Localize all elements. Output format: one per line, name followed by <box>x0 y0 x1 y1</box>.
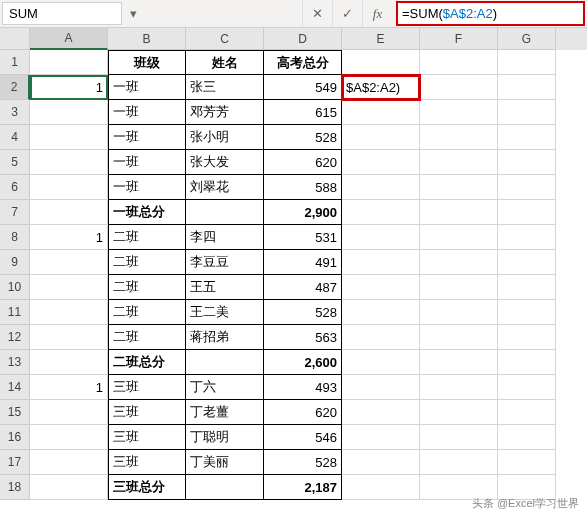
cell-B7[interactable]: 一班总分 <box>108 200 186 225</box>
cell-C8[interactable]: 李四 <box>186 225 264 250</box>
cell-B5[interactable]: 一班 <box>108 150 186 175</box>
row-header-2[interactable]: 2 <box>0 75 30 100</box>
cell-C18[interactable] <box>186 475 264 500</box>
cell-B8[interactable]: 二班 <box>108 225 186 250</box>
cell-F10[interactable] <box>420 275 498 300</box>
select-all-corner[interactable] <box>0 28 30 50</box>
cell-D15[interactable]: 620 <box>264 400 342 425</box>
accept-formula-button[interactable]: ✓ <box>332 0 362 27</box>
cell-B13[interactable]: 二班总分 <box>108 350 186 375</box>
cell-A13[interactable] <box>30 350 108 375</box>
cell-F15[interactable] <box>420 400 498 425</box>
cell-C17[interactable]: 丁美丽 <box>186 450 264 475</box>
insert-function-button[interactable]: fx <box>362 0 392 27</box>
row-header-3[interactable]: 3 <box>0 100 30 125</box>
row-header-4[interactable]: 4 <box>0 125 30 150</box>
cell-G13[interactable] <box>498 350 556 375</box>
spreadsheet-grid[interactable]: ABCDEFG 1班级姓名高考总分21一班张三549$A$2:A2)3一班邓芳芳… <box>0 28 587 500</box>
cell-E18[interactable] <box>342 475 420 500</box>
cell-G6[interactable] <box>498 175 556 200</box>
cell-A8[interactable]: 1 <box>30 225 108 250</box>
cell-B17[interactable]: 三班 <box>108 450 186 475</box>
row-header-9[interactable]: 9 <box>0 250 30 275</box>
cell-C9[interactable]: 李豆豆 <box>186 250 264 275</box>
cell-F4[interactable] <box>420 125 498 150</box>
cell-G5[interactable] <box>498 150 556 175</box>
cell-F11[interactable] <box>420 300 498 325</box>
cell-F14[interactable] <box>420 375 498 400</box>
cell-B16[interactable]: 三班 <box>108 425 186 450</box>
cell-E14[interactable] <box>342 375 420 400</box>
cell-D5[interactable]: 620 <box>264 150 342 175</box>
cell-A14[interactable]: 1 <box>30 375 108 400</box>
cell-D8[interactable]: 531 <box>264 225 342 250</box>
cell-G10[interactable] <box>498 275 556 300</box>
row-header-15[interactable]: 15 <box>0 400 30 425</box>
cell-A1[interactable] <box>30 50 108 75</box>
col-header-F[interactable]: F <box>420 28 498 50</box>
cell-A12[interactable] <box>30 325 108 350</box>
cell-E8[interactable] <box>342 225 420 250</box>
cell-F6[interactable] <box>420 175 498 200</box>
cell-B1[interactable]: 班级 <box>108 50 186 75</box>
cell-A5[interactable] <box>30 150 108 175</box>
cell-F17[interactable] <box>420 450 498 475</box>
cell-D17[interactable]: 528 <box>264 450 342 475</box>
row-header-12[interactable]: 12 <box>0 325 30 350</box>
cell-G17[interactable] <box>498 450 556 475</box>
cell-C4[interactable]: 张小明 <box>186 125 264 150</box>
row-header-5[interactable]: 5 <box>0 150 30 175</box>
cell-A11[interactable] <box>30 300 108 325</box>
cell-D11[interactable]: 528 <box>264 300 342 325</box>
cell-C11[interactable]: 王二美 <box>186 300 264 325</box>
cell-F8[interactable] <box>420 225 498 250</box>
cell-C10[interactable]: 王五 <box>186 275 264 300</box>
cell-C2[interactable]: 张三 <box>186 75 264 100</box>
cell-D1[interactable]: 高考总分 <box>264 50 342 75</box>
row-header-13[interactable]: 13 <box>0 350 30 375</box>
cell-A3[interactable] <box>30 100 108 125</box>
cell-G2[interactable] <box>498 75 556 100</box>
cell-B2[interactable]: 一班 <box>108 75 186 100</box>
cell-E4[interactable] <box>342 125 420 150</box>
cell-E10[interactable] <box>342 275 420 300</box>
cell-E11[interactable] <box>342 300 420 325</box>
cell-E9[interactable] <box>342 250 420 275</box>
cell-E17[interactable] <box>342 450 420 475</box>
cell-B4[interactable]: 一班 <box>108 125 186 150</box>
cell-C14[interactable]: 丁六 <box>186 375 264 400</box>
cell-A4[interactable] <box>30 125 108 150</box>
cell-C15[interactable]: 丁老薑 <box>186 400 264 425</box>
cell-F13[interactable] <box>420 350 498 375</box>
cell-G4[interactable] <box>498 125 556 150</box>
cell-B18[interactable]: 三班总分 <box>108 475 186 500</box>
cell-D6[interactable]: 588 <box>264 175 342 200</box>
cell-F12[interactable] <box>420 325 498 350</box>
cell-D14[interactable]: 493 <box>264 375 342 400</box>
cell-A16[interactable] <box>30 425 108 450</box>
cell-C13[interactable] <box>186 350 264 375</box>
cell-D2[interactable]: 549 <box>264 75 342 100</box>
cell-D16[interactable]: 546 <box>264 425 342 450</box>
cell-E12[interactable] <box>342 325 420 350</box>
cell-B15[interactable]: 三班 <box>108 400 186 425</box>
row-header-16[interactable]: 16 <box>0 425 30 450</box>
cell-G1[interactable] <box>498 50 556 75</box>
cell-C1[interactable]: 姓名 <box>186 50 264 75</box>
cell-B14[interactable]: 三班 <box>108 375 186 400</box>
col-header-E[interactable]: E <box>342 28 420 50</box>
cell-F2[interactable] <box>420 75 498 100</box>
cell-G15[interactable] <box>498 400 556 425</box>
cell-E1[interactable] <box>342 50 420 75</box>
cell-D9[interactable]: 491 <box>264 250 342 275</box>
cell-A9[interactable] <box>30 250 108 275</box>
cell-E3[interactable] <box>342 100 420 125</box>
cell-E5[interactable] <box>342 150 420 175</box>
row-header-7[interactable]: 7 <box>0 200 30 225</box>
cell-F9[interactable] <box>420 250 498 275</box>
name-box-dropdown[interactable]: ▾ <box>124 0 142 27</box>
col-header-D[interactable]: D <box>264 28 342 50</box>
row-header-10[interactable]: 10 <box>0 275 30 300</box>
cell-D10[interactable]: 487 <box>264 275 342 300</box>
col-header-C[interactable]: C <box>186 28 264 50</box>
